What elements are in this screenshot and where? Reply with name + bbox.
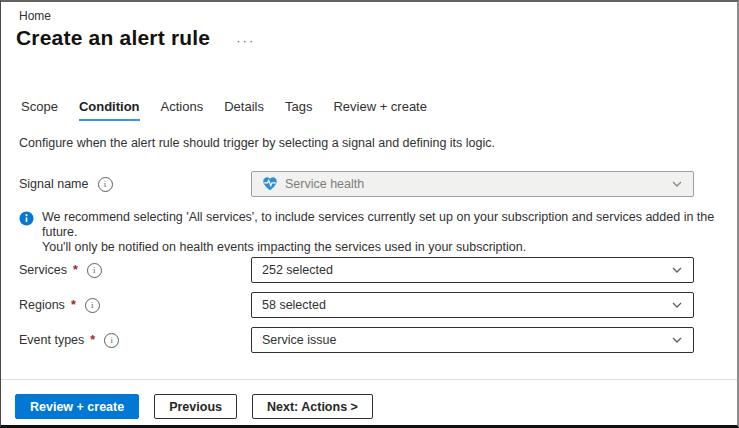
event-types-required-asterisk: * <box>90 333 95 347</box>
condition-description: Configure when the alert rule should tri… <box>19 136 495 150</box>
chevron-down-icon <box>671 299 683 311</box>
services-info-icon[interactable]: i <box>87 263 102 278</box>
services-label: Services <box>19 263 67 277</box>
signal-name-value: Service health <box>285 177 364 191</box>
recommendation-line1: We recommend selecting 'All services', t… <box>42 210 714 239</box>
chevron-down-icon <box>671 264 683 276</box>
tab-review-create[interactable]: Review + create <box>333 99 427 121</box>
tab-condition[interactable]: Condition <box>79 99 140 121</box>
regions-row: Regions * i 58 selected <box>19 292 694 318</box>
signal-name-label-group: Signal name i <box>19 177 251 192</box>
event-types-info-icon[interactable]: i <box>104 333 119 348</box>
page-title: Create an alert rule <box>16 26 210 50</box>
services-label-group: Services * i <box>19 263 251 278</box>
tab-tags[interactable]: Tags <box>285 99 312 121</box>
create-alert-rule-page: Home Create an alert rule ··· Scope Cond… <box>0 0 739 428</box>
title-row: Create an alert rule ··· <box>16 26 255 50</box>
tab-bar: Scope Condition Actions Details Tags Rev… <box>21 99 427 121</box>
event-types-row: Event types * i Service issue <box>19 327 694 353</box>
regions-label: Regions <box>19 298 65 312</box>
info-filled-icon <box>19 211 34 255</box>
regions-dropdown-value: 58 selected <box>262 298 326 312</box>
event-types-dropdown[interactable]: Service issue <box>251 327 694 353</box>
regions-label-group: Regions * i <box>19 298 251 313</box>
chevron-down-icon <box>671 178 683 190</box>
regions-dropdown[interactable]: 58 selected <box>251 292 694 318</box>
regions-info-icon[interactable]: i <box>85 298 100 313</box>
tab-details[interactable]: Details <box>224 99 264 121</box>
services-required-asterisk: * <box>73 263 78 277</box>
regions-required-asterisk: * <box>71 298 76 312</box>
next-actions-button[interactable]: Next: Actions > <box>252 394 373 419</box>
chevron-down-icon <box>671 334 683 346</box>
services-row: Services * i 252 selected <box>19 257 694 283</box>
recommendation-note: We recommend selecting 'All services', t… <box>19 210 724 255</box>
signal-name-row: Signal name i Service health <box>19 171 694 197</box>
event-types-dropdown-value: Service issue <box>262 333 336 347</box>
services-dropdown-value: 252 selected <box>262 263 333 277</box>
service-health-icon <box>262 176 278 192</box>
previous-button[interactable]: Previous <box>154 394 237 419</box>
footer-button-bar: Review + create Previous Next: Actions > <box>15 394 373 419</box>
footer-divider <box>1 379 737 380</box>
review-create-button[interactable]: Review + create <box>15 394 139 419</box>
signal-name-dropdown: Service health <box>251 171 694 197</box>
signal-name-label: Signal name <box>19 177 89 191</box>
breadcrumb-home[interactable]: Home <box>19 9 51 23</box>
recommendation-line2: You'll only be notified on health events… <box>42 240 526 254</box>
recommendation-text: We recommend selecting 'All services', t… <box>42 210 724 255</box>
event-types-label: Event types <box>19 333 84 347</box>
event-types-label-group: Event types * i <box>19 333 251 348</box>
more-menu-button[interactable]: ··· <box>236 30 255 46</box>
tab-actions[interactable]: Actions <box>161 99 204 121</box>
services-dropdown[interactable]: 252 selected <box>251 257 694 283</box>
tab-scope[interactable]: Scope <box>21 99 58 121</box>
signal-name-info-icon[interactable]: i <box>98 177 113 192</box>
